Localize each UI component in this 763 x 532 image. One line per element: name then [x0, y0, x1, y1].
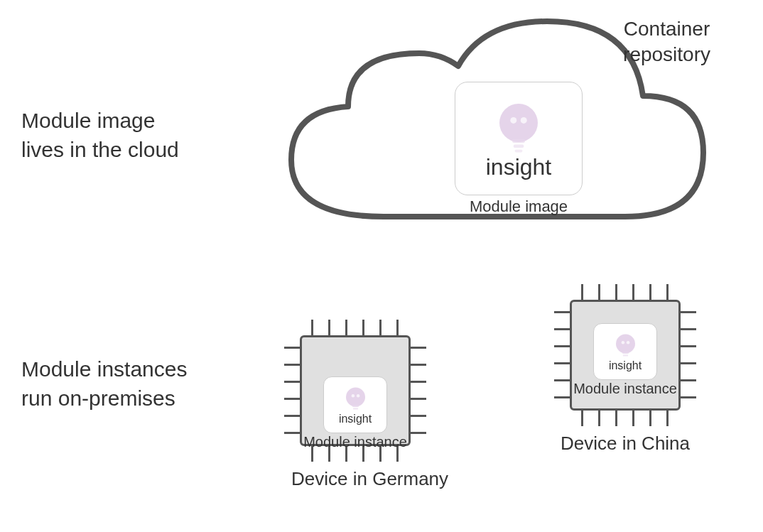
device-caption: Device in China	[554, 433, 696, 455]
cloud-title: Containerrepository	[623, 16, 710, 68]
svg-point-2	[521, 116, 527, 123]
device-chip-germany: insight Module instance Device in German…	[284, 320, 426, 462]
svg-rect-10	[352, 408, 357, 409]
svg-rect-5	[515, 149, 523, 152]
svg-rect-4	[514, 144, 524, 148]
module-image-sublabel: Module image	[470, 197, 568, 216]
chip-icon: insight Module instance	[284, 320, 426, 462]
svg-point-1	[510, 116, 516, 123]
label-module-instances-onprem: Module instancesrun on-premises	[21, 355, 187, 413]
module-image-label: insight	[486, 154, 552, 180]
device-caption: Device in Germany	[291, 468, 433, 490]
module-instance-sublabel: Module instance	[573, 381, 677, 397]
svg-point-12	[621, 341, 624, 344]
svg-point-0	[499, 104, 538, 142]
module-instance-card: insight Module instance	[593, 323, 657, 380]
device-chip-china: insight Module instance Device in China	[554, 284, 696, 426]
module-instance-card: insight Module instance	[323, 376, 387, 433]
lightbulb-icon	[340, 384, 372, 416]
chip-icon: insight Module instance	[554, 284, 696, 426]
svg-rect-3	[512, 139, 525, 142]
module-image-card: insight Module image	[455, 82, 583, 195]
module-instance-label: insight	[339, 413, 372, 425]
module-instance-label: insight	[609, 359, 642, 372]
svg-rect-15	[622, 354, 627, 356]
svg-point-6	[346, 388, 365, 407]
svg-point-11	[616, 335, 635, 354]
svg-point-13	[626, 341, 629, 344]
lightbulb-icon	[610, 331, 642, 363]
svg-rect-9	[352, 405, 359, 407]
lightbulb-icon	[487, 97, 551, 161]
svg-point-7	[351, 394, 355, 398]
label-module-image-cloud: Module imagelives in the cloud	[21, 107, 179, 164]
module-instance-sublabel: Module instance	[303, 434, 407, 450]
svg-rect-14	[622, 352, 629, 354]
svg-point-8	[356, 394, 359, 398]
